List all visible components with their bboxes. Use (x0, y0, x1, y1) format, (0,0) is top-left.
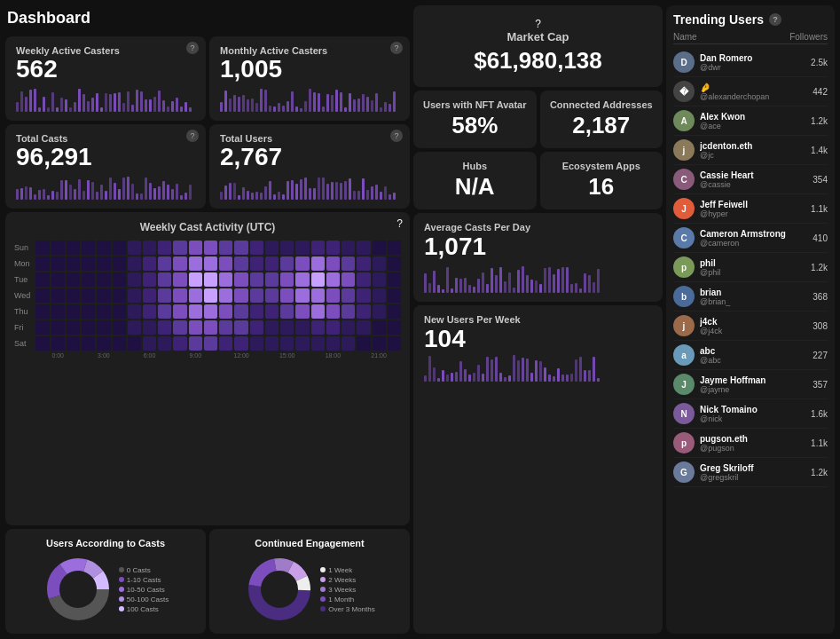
ecosystem-apps-card: Ecosystem Apps 16 (540, 152, 663, 209)
heatmap-cell (204, 320, 217, 335)
user-row[interactable]: CCassie Heart@cassie354 (673, 165, 828, 194)
heatmap-cell (234, 272, 247, 287)
heatmap-cell (357, 256, 370, 271)
nft-connected-row: Users with NFT Avatar 58% Connected Addr… (413, 91, 663, 148)
user-row[interactable]: JJeff Feiwell@hyper1.1k (673, 194, 828, 224)
user-handle: @gregskril (700, 473, 805, 482)
heatmap-cell (373, 320, 386, 335)
heatmap-cell (113, 320, 126, 335)
user-info: Jayme Hoffman@jayme (700, 375, 807, 394)
heatmap-cell (265, 241, 279, 255)
heatmap-cell (326, 336, 340, 351)
user-row[interactable]: jjcdenton.eth@jc1.4k (673, 136, 828, 165)
user-row[interactable]: aabc@abc227 (673, 341, 828, 370)
heatmap-cell (158, 336, 171, 351)
heatmap-time-label: 0:00 (35, 352, 80, 359)
user-row[interactable]: NNick Tomaino@nick1.6k (673, 399, 828, 429)
heatmap-cell (265, 288, 279, 303)
heatmap-cell (341, 272, 355, 287)
heatmap-cell (219, 256, 232, 271)
top-stats-grid: ? Weekly Active Casters 562 ? Monthly Ac… (5, 36, 410, 209)
legend-dot (320, 567, 326, 572)
new-users-card: New Users Per Week 104 (413, 305, 663, 634)
total-users-chart (220, 175, 399, 200)
total-users-card: ? Total Users 2,767 (209, 124, 410, 209)
heatmap-cell (280, 336, 294, 351)
heatmap-help-icon[interactable]: ? (396, 217, 403, 230)
heatmap-cell (35, 304, 49, 319)
user-row[interactable]: CCameron Armstrong@cameron410 (673, 224, 828, 253)
heatmap-cell (357, 241, 370, 255)
total-users-help-icon[interactable]: ? (390, 130, 403, 142)
avatar: D (673, 51, 695, 73)
weekly-help-icon[interactable]: ? (186, 42, 199, 54)
heatmap-cell (173, 336, 186, 351)
users-by-casts-legend: 0 Casts1-10 Casts10-50 Casts50-100 Casts… (119, 566, 169, 613)
connected-addresses-card: Connected Addresses 2,187 (540, 91, 663, 148)
heatmap-cell (388, 256, 401, 271)
user-row[interactable]: GGreg Skriloff@gregskril1.2k (673, 458, 828, 487)
legend-item: 1-10 Casts (119, 576, 169, 584)
user-row[interactable]: AAlex Kwon@ace1.2k (673, 106, 828, 136)
heatmap-cell (250, 304, 263, 319)
user-row[interactable]: pphil@phil1.2k (673, 253, 828, 282)
user-row[interactable]: �🤌@alexanderchopan442 (673, 77, 828, 106)
heatmap-cell (67, 272, 80, 287)
user-handle: @cameron (700, 239, 807, 248)
user-row[interactable]: bbrian@brian_368 (673, 282, 828, 312)
legend-item: Over 3 Months (320, 605, 374, 613)
heatmap-cell (97, 320, 110, 335)
user-row[interactable]: ppugson.eth@pugson1.1k (673, 429, 828, 458)
user-followers: 442 (813, 87, 828, 97)
heatmap-cell (373, 304, 386, 319)
total-casts-help-icon[interactable]: ? (186, 130, 199, 142)
heatmap-cell (341, 241, 355, 255)
continued-engagement-title: Continued Engagement (218, 538, 401, 548)
monthly-help-icon[interactable]: ? (390, 42, 403, 54)
market-cap-label: Market Cap (424, 30, 652, 43)
avatar: j (673, 139, 695, 161)
heatmap-cell (388, 320, 401, 335)
heatmap-grid: SunMonTueWedThuFriSat 0:003:006:009:0012… (14, 241, 401, 359)
user-row[interactable]: JJayme Hoffman@jayme357 (673, 370, 828, 399)
user-info: Alex Kwon@ace (700, 112, 805, 130)
legend-dot (119, 577, 124, 582)
heatmap-cell (295, 320, 309, 335)
heatmap-cell (280, 288, 294, 303)
weekly-casters-value: 562 (16, 56, 195, 83)
trending-help-icon[interactable]: ? (769, 13, 781, 26)
user-name: pugson.eth (700, 434, 805, 444)
user-row[interactable]: DDan Romero@dwr2.5k (673, 48, 828, 77)
heatmap-cell (341, 336, 355, 351)
user-info: pugson.eth@pugson (700, 434, 805, 453)
legend-dot (119, 587, 124, 592)
heatmap-row (35, 320, 401, 335)
user-name: 🤌 (700, 83, 807, 92)
total-casts-value: 96,291 (16, 144, 195, 171)
legend-item: 10-50 Casts (119, 586, 169, 594)
heatmap-cells (35, 241, 401, 351)
user-name: j4ck (700, 317, 807, 327)
user-row[interactable]: jj4ck@j4ck308 (673, 312, 828, 341)
users-by-casts-title: Users According to Casts (14, 538, 197, 548)
heatmap-cell (326, 288, 340, 303)
user-info: brian@brian_ (700, 288, 807, 306)
heatmap-cell (67, 256, 80, 271)
col-followers-header: Followers (789, 32, 828, 42)
total-casts-chart (16, 175, 195, 200)
heatmap-cell (280, 256, 294, 271)
heatmap-cell (311, 336, 325, 351)
heatmap-time-label: 15:00 (265, 352, 310, 359)
legend-item: 1 Month (320, 596, 374, 604)
heatmap-day-label: Thu (14, 304, 30, 319)
user-info: abc@abc (700, 346, 807, 365)
heatmap-cell (357, 304, 370, 319)
user-handle: @abc (700, 356, 807, 365)
user-followers: 410 (813, 233, 828, 243)
legend-dot (320, 587, 326, 592)
avg-casts-value-row: 1,071 (424, 233, 652, 261)
heatmap-cell (250, 241, 263, 255)
market-cap-help-icon[interactable]: ? (424, 18, 652, 30)
heatmap-cell (158, 304, 171, 319)
heatmap-cell (311, 304, 325, 319)
